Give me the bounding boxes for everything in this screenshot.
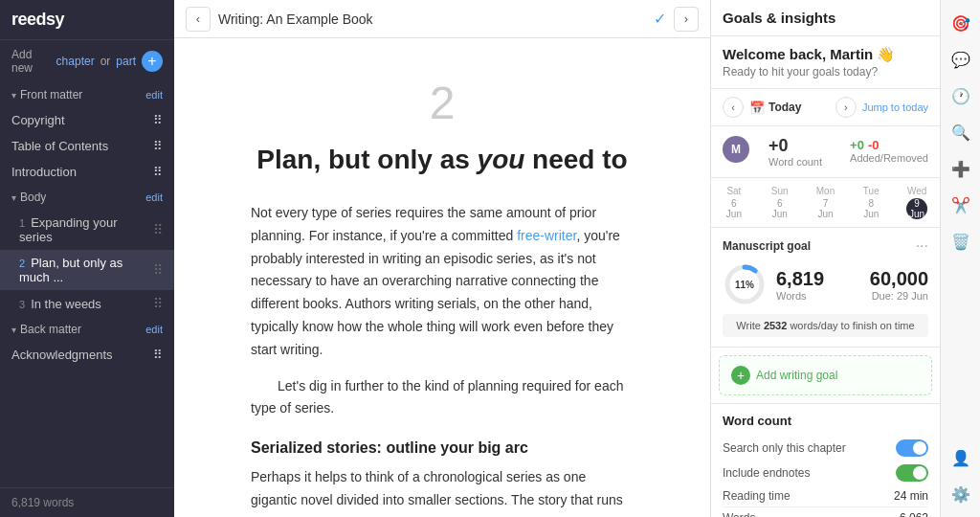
add-chapter-link[interactable]: chapter — [56, 55, 95, 68]
back-matter-edit[interactable]: edit — [145, 324, 163, 335]
goal-menu-button[interactable]: ··· — [916, 237, 928, 255]
add-or-text: or — [100, 55, 111, 68]
sidebar-item-acknowledgments[interactable]: Acknowledgments ⠿ — [0, 342, 174, 368]
body-edit[interactable]: edit — [145, 191, 163, 203]
word-count-section: Word count Search only this chapter Incl… — [711, 403, 940, 517]
search-icon-button[interactable]: 🔍 — [946, 117, 976, 147]
front-matter-edit[interactable]: edit — [145, 89, 163, 101]
welcome-name: Welcome back, Martin 👋 — [723, 46, 928, 63]
wc-section-title: Word count — [723, 414, 928, 428]
back-nav-button[interactable]: ‹ — [186, 7, 211, 32]
trash-icon-button[interactable]: 🗑️ — [946, 226, 976, 257]
reading-time-value: 24 min — [894, 489, 928, 503]
comments-icon-button[interactable]: 💬 — [946, 44, 976, 75]
drag-handle-1: ⠿ — [153, 222, 163, 237]
app-logo: reedsy — [11, 10, 64, 30]
goal-finish-words: 2532 — [764, 320, 787, 331]
tools-icon-button[interactable]: ✂️ — [946, 190, 976, 220]
goal-target-value: 60,000 — [870, 268, 928, 290]
sidebar-item-3[interactable]: 3In the weeds ⠿ — [0, 290, 174, 317]
free-writer-link[interactable]: free-writer — [517, 228, 576, 243]
acknowledgments-label: Acknowledgments — [11, 348, 113, 362]
cal-day-mon: Mon 7 Jun — [803, 182, 849, 223]
sidebar-item-copyright[interactable]: Copyright ⠿ — [0, 107, 174, 133]
goal-current-value: 6,819 — [776, 268, 824, 290]
add-icon-button[interactable]: ➕ — [946, 153, 976, 184]
back-matter-label: Back matter — [20, 323, 81, 336]
editor-area: ‹ Writing: An Example Book ✓ › 2 Plan, b… — [174, 0, 710, 517]
include-endnotes-toggle[interactable] — [896, 464, 928, 482]
manuscript-goal-section: Manuscript goal ··· 11% 6,819 Words 60,0… — [711, 228, 940, 348]
goal-donut: 11% — [723, 262, 767, 306]
added-negative: -0 — [868, 138, 880, 152]
cal-day-wed: Wed 9 Jun — [894, 182, 940, 223]
add-button[interactable]: + — [142, 51, 163, 72]
drag-handle-3: ⠿ — [153, 296, 163, 311]
sidebar-item-introduction[interactable]: Introduction ⠿ — [0, 159, 174, 185]
editor-title: Writing: An Example Book — [218, 11, 646, 27]
today-text: Today — [768, 101, 801, 114]
word-count-summary: M +0 Word count +0 -0 Added/Removed — [711, 126, 940, 178]
introduction-label: Introduction — [11, 165, 77, 179]
editor-content[interactable]: 2 Plan, but only as you need to Not ever… — [174, 38, 710, 517]
user-icon-button[interactable]: 👤 — [946, 442, 976, 473]
cal-day-sat: Sat 6 Jun — [711, 182, 757, 223]
check-icon: ✓ — [654, 10, 666, 28]
avatar: M — [723, 136, 749, 163]
today-label: 📅 Today — [749, 101, 830, 115]
goals-header: Goals & insights — [711, 0, 940, 36]
words-stat-value: 6,062 — [900, 511, 928, 517]
words-row: Words 6,062 — [723, 507, 928, 517]
goal-body: 11% 6,819 Words 60,000 Due: 29 Jun — [723, 262, 928, 306]
editor-para-1: Not every type of series requires the sa… — [251, 202, 634, 362]
goals-panel: Goals & insights Welcome back, Martin 👋 … — [710, 0, 940, 517]
drag-handle-copyright: ⠿ — [153, 113, 163, 127]
drag-handle-2: ⠿ — [153, 262, 163, 278]
jump-today-button[interactable]: Jump to today — [862, 101, 928, 113]
search-only-label: Search only this chapter — [723, 441, 846, 455]
calendar-icon: 📅 — [749, 101, 765, 115]
welcome-sub: Ready to hit your goals today? — [723, 65, 928, 79]
goal-target: 60,000 Due: 29 Jun — [870, 268, 928, 302]
reading-time-row: Reading time 24 min — [723, 485, 928, 507]
chapter-number: 2 — [251, 77, 634, 129]
copyright-label: Copyright — [11, 113, 65, 127]
front-matter-section: ▾Front matter edit — [0, 82, 174, 107]
chapter-title: Plan, but only as you need to — [251, 145, 634, 175]
add-part-link[interactable]: part — [116, 55, 136, 68]
goal-due: Due: 29 Jun — [870, 290, 928, 302]
sidebar-item-1[interactable]: 1Expanding your series ⠿ — [0, 210, 174, 250]
item-1-label: Expanding your series — [19, 215, 117, 244]
editor-para-2: Let's dig in further to the kind of plan… — [251, 375, 634, 421]
next-date-button[interactable]: › — [835, 97, 857, 118]
sidebar-item-toc[interactable]: Table of Contents ⠿ — [0, 133, 174, 159]
drag-handle-toc: ⠿ — [153, 139, 163, 153]
add-goal-label: Add writing goal — [756, 369, 837, 382]
add-new-text: Add new — [11, 48, 51, 75]
add-goal-icon: + — [731, 366, 750, 385]
body-section: ▾Body edit — [0, 185, 174, 210]
drag-handle-introduction: ⠿ — [153, 165, 163, 179]
sidebar-item-2[interactable]: 2Plan, but only as much ... ⠿ — [0, 250, 174, 290]
sidebar: reedsy Add new chapter or part + ▾Front … — [0, 0, 174, 517]
goal-numbers: 6,819 Words — [776, 268, 824, 302]
forward-nav-button[interactable]: › — [674, 7, 699, 32]
add-goal-row[interactable]: + Add writing goal — [719, 355, 932, 395]
drag-handle-acknowledgments: ⠿ — [153, 348, 163, 362]
search-only-toggle[interactable] — [896, 439, 928, 457]
cal-day-tue: Tue 8 Jun — [848, 182, 894, 223]
history-icon-button[interactable]: 🕐 — [946, 80, 976, 111]
icon-bar: 🎯 💬 🕐 🔍 ➕ ✂️ 🗑️ 👤 ⚙️ — [940, 0, 980, 517]
goals-icon-button[interactable]: 🎯 — [946, 8, 976, 38]
date-nav: ‹ 📅 Today › Jump to today — [711, 89, 940, 126]
sidebar-header: reedsy — [0, 0, 174, 40]
footer-word-count: 6,819 words — [0, 487, 174, 517]
goal-finish-row: Write 2532 words/day to finish on time — [723, 314, 928, 337]
added-positive: +0 — [850, 138, 864, 152]
back-matter-section: ▾Back matter edit — [0, 317, 174, 342]
word-count-value: +0 — [768, 136, 822, 156]
prev-date-button[interactable]: ‹ — [723, 97, 744, 118]
added-removed-values: +0 -0 — [850, 138, 928, 152]
settings-icon-button[interactable]: ⚙️ — [946, 479, 976, 509]
word-count-label: Word count — [768, 156, 822, 168]
